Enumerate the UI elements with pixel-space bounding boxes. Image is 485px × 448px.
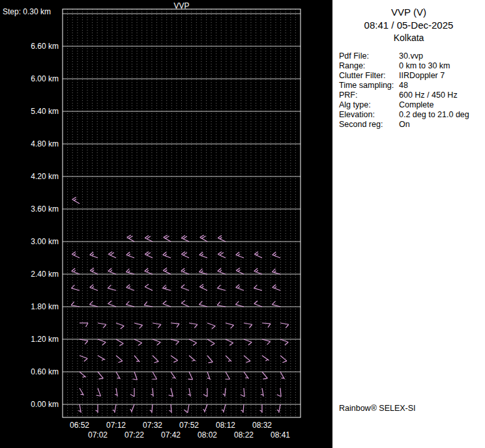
x-axis-label: 07:52	[179, 421, 199, 430]
wind-barb	[90, 268, 98, 274]
wind-barb	[80, 372, 86, 377]
y-axis-label: 3.00 km	[0, 237, 59, 246]
wind-barb	[72, 268, 80, 274]
wind-barb	[241, 404, 244, 413]
wind-barb	[145, 235, 153, 242]
param-row: Elevation:0.2 deg to 21.0 deg	[339, 110, 482, 120]
vvp-chart: Step: 0.30 km VVP 6.60 km6.00 km5.40 km4…	[0, 0, 332, 448]
wind-barb	[163, 268, 171, 274]
wind-barb	[280, 372, 285, 379]
wind-barb	[218, 251, 226, 258]
param-row: Alg type:Complete	[339, 100, 482, 110]
wind-barb	[272, 269, 280, 274]
wind-barb	[72, 197, 80, 204]
wind-barb-plot	[0, 0, 332, 448]
x-axis-label: 07:42	[161, 430, 181, 440]
wind-barb	[171, 323, 179, 328]
y-axis-label: 4.20 km	[0, 172, 59, 181]
wind-barb	[235, 301, 244, 307]
param-label: Range:	[339, 61, 399, 71]
panel-station: Kolkata	[332, 33, 485, 43]
param-label: Second reg:	[339, 120, 399, 130]
wind-barb	[199, 269, 207, 274]
y-axis-label: 6.00 km	[0, 74, 59, 83]
param-row: Second reg:On	[339, 120, 482, 130]
param-row: Clutter Filter:IIRDoppler 7	[339, 71, 482, 81]
wind-barb	[272, 252, 280, 258]
info-panel: VVP (V) 08:41 / 05-Dec-2025 Kolkata Pdf …	[332, 0, 485, 448]
wind-barb	[217, 301, 226, 307]
wind-barb	[171, 339, 179, 344]
x-axis-label: 06:52	[70, 421, 89, 430]
param-label: Clutter Filter:	[339, 71, 399, 81]
wind-barb	[72, 251, 80, 258]
param-label: Elevation:	[339, 110, 399, 120]
wind-barb	[90, 252, 98, 258]
wind-barb	[226, 323, 234, 328]
x-axis-label: 07:02	[88, 430, 108, 440]
wind-barb	[244, 356, 250, 363]
wind-barb	[189, 356, 196, 361]
wind-barb	[218, 268, 226, 274]
wind-barb	[254, 268, 262, 274]
wind-barb	[189, 339, 197, 346]
x-axis-label: 07:32	[143, 421, 162, 430]
wind-barb	[80, 339, 88, 344]
wind-barb	[236, 268, 244, 274]
y-axis-label: 2.40 km	[0, 270, 59, 279]
param-label: Alg type:	[339, 100, 399, 110]
wind-barb	[262, 356, 269, 361]
wind-barb	[223, 388, 226, 397]
param-value: 30.vvp	[399, 51, 482, 61]
wind-barb	[203, 404, 207, 412]
param-value: Complete	[399, 100, 482, 110]
wind-barb	[280, 323, 289, 328]
wind-barb	[116, 323, 124, 329]
x-axis-label: 08:32	[252, 421, 272, 430]
wind-barb	[280, 356, 287, 363]
param-value: IIRDoppler 7	[399, 71, 482, 81]
parameter-list: Pdf File:30.vvpRange:0 km to 30 kmClutte…	[339, 51, 482, 130]
wind-barb	[145, 251, 153, 258]
wind-barb	[145, 268, 153, 274]
wind-barb	[244, 372, 248, 379]
wind-barb	[126, 285, 134, 290]
y-axis-label: 1.80 km	[0, 302, 59, 311]
param-value: 0 km to 30 km	[399, 61, 482, 71]
wind-barb	[207, 323, 215, 329]
wind-barb	[262, 372, 267, 379]
wind-barb	[116, 356, 123, 363]
wind-barb	[169, 388, 173, 397]
wind-barb	[134, 339, 142, 346]
y-axis-label: 0.00 km	[0, 400, 59, 409]
wind-barb	[89, 301, 98, 307]
wind-barb	[262, 323, 271, 328]
wind-barb	[134, 356, 140, 362]
wind-barb	[236, 252, 244, 258]
param-label: Time sampling:	[339, 81, 399, 91]
wind-barb	[277, 388, 281, 397]
param-value: On	[399, 120, 482, 130]
param-label: Pdf File:	[339, 51, 399, 61]
wind-barb	[236, 285, 244, 290]
wind-barb	[203, 388, 207, 397]
wind-barb	[126, 269, 134, 274]
wind-barb	[171, 372, 175, 379]
param-value: 0.2 deg to 21.0 deg	[399, 110, 482, 120]
param-value: 48	[399, 81, 482, 91]
param-value: 600 Hz / 450 Hz	[399, 91, 482, 100]
wind-barb	[277, 404, 280, 413]
wind-barb	[272, 301, 280, 307]
wind-barb	[96, 388, 101, 396]
wind-barb	[164, 235, 171, 242]
wind-barb	[78, 404, 81, 413]
wind-barb	[280, 339, 288, 345]
param-row: Range:0 km to 30 km	[339, 61, 482, 71]
wind-barb	[181, 300, 189, 307]
param-label: PRF:	[339, 91, 399, 100]
wind-barb	[144, 301, 153, 307]
chart-title: VVP	[63, 1, 301, 10]
wind-barb	[96, 404, 98, 413]
x-axis-label: 07:22	[125, 430, 144, 440]
vvp-window: Step: 0.30 km VVP 6.60 km6.00 km5.40 km4…	[0, 0, 485, 448]
